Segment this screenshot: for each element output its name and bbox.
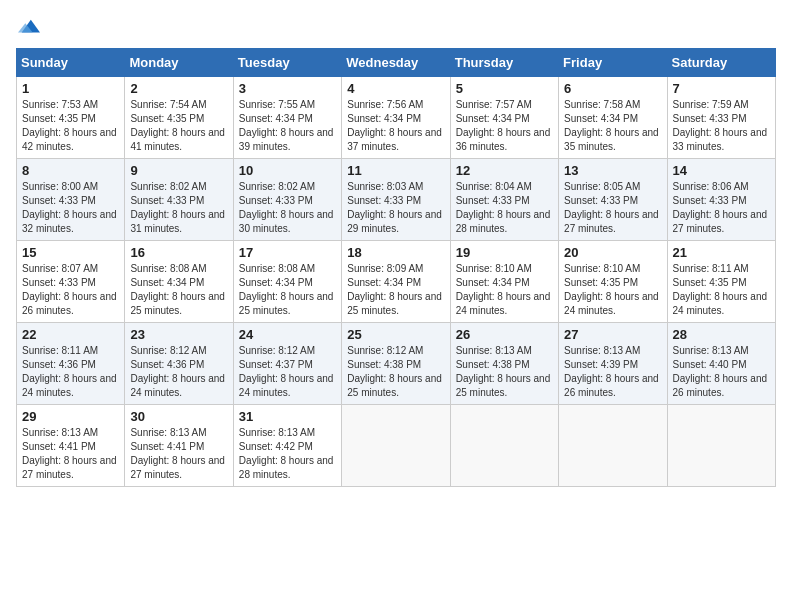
- day-number: 5: [456, 81, 553, 96]
- day-info: Sunrise: 7:54 AMSunset: 4:35 PMDaylight:…: [130, 99, 225, 152]
- logo-icon: [18, 16, 40, 38]
- day-number: 26: [456, 327, 553, 342]
- table-row: 20 Sunrise: 8:10 AMSunset: 4:35 PMDaylig…: [559, 241, 667, 323]
- day-info: Sunrise: 8:10 AMSunset: 4:34 PMDaylight:…: [456, 263, 551, 316]
- day-number: 22: [22, 327, 119, 342]
- day-number: 31: [239, 409, 336, 424]
- day-info: Sunrise: 8:09 AMSunset: 4:34 PMDaylight:…: [347, 263, 442, 316]
- column-header-monday: Monday: [125, 49, 233, 77]
- calendar-table: SundayMondayTuesdayWednesdayThursdayFrid…: [16, 48, 776, 487]
- day-number: 29: [22, 409, 119, 424]
- day-number: 28: [673, 327, 770, 342]
- table-row: 9 Sunrise: 8:02 AMSunset: 4:33 PMDayligh…: [125, 159, 233, 241]
- day-number: 27: [564, 327, 661, 342]
- calendar-week-row: 1 Sunrise: 7:53 AMSunset: 4:35 PMDayligh…: [17, 77, 776, 159]
- table-row: 25 Sunrise: 8:12 AMSunset: 4:38 PMDaylig…: [342, 323, 450, 405]
- table-row: 13 Sunrise: 8:05 AMSunset: 4:33 PMDaylig…: [559, 159, 667, 241]
- column-header-saturday: Saturday: [667, 49, 775, 77]
- day-number: 17: [239, 245, 336, 260]
- day-info: Sunrise: 8:13 AMSunset: 4:42 PMDaylight:…: [239, 427, 334, 480]
- table-row: 3 Sunrise: 7:55 AMSunset: 4:34 PMDayligh…: [233, 77, 341, 159]
- day-number: 24: [239, 327, 336, 342]
- day-number: 7: [673, 81, 770, 96]
- column-header-sunday: Sunday: [17, 49, 125, 77]
- table-row: 1 Sunrise: 7:53 AMSunset: 4:35 PMDayligh…: [17, 77, 125, 159]
- day-info: Sunrise: 8:13 AMSunset: 4:39 PMDaylight:…: [564, 345, 659, 398]
- day-number: 4: [347, 81, 444, 96]
- table-row: [450, 405, 558, 487]
- table-row: 16 Sunrise: 8:08 AMSunset: 4:34 PMDaylig…: [125, 241, 233, 323]
- table-row: 4 Sunrise: 7:56 AMSunset: 4:34 PMDayligh…: [342, 77, 450, 159]
- table-row: 30 Sunrise: 8:13 AMSunset: 4:41 PMDaylig…: [125, 405, 233, 487]
- day-number: 14: [673, 163, 770, 178]
- day-info: Sunrise: 8:12 AMSunset: 4:37 PMDaylight:…: [239, 345, 334, 398]
- day-number: 2: [130, 81, 227, 96]
- day-number: 11: [347, 163, 444, 178]
- day-info: Sunrise: 8:13 AMSunset: 4:41 PMDaylight:…: [22, 427, 117, 480]
- day-info: Sunrise: 8:04 AMSunset: 4:33 PMDaylight:…: [456, 181, 551, 234]
- calendar-header-row: SundayMondayTuesdayWednesdayThursdayFrid…: [17, 49, 776, 77]
- table-row: 21 Sunrise: 8:11 AMSunset: 4:35 PMDaylig…: [667, 241, 775, 323]
- table-row: 5 Sunrise: 7:57 AMSunset: 4:34 PMDayligh…: [450, 77, 558, 159]
- day-number: 10: [239, 163, 336, 178]
- table-row: [667, 405, 775, 487]
- day-info: Sunrise: 8:06 AMSunset: 4:33 PMDaylight:…: [673, 181, 768, 234]
- day-number: 8: [22, 163, 119, 178]
- day-info: Sunrise: 8:02 AMSunset: 4:33 PMDaylight:…: [130, 181, 225, 234]
- day-info: Sunrise: 7:58 AMSunset: 4:34 PMDaylight:…: [564, 99, 659, 152]
- day-info: Sunrise: 8:10 AMSunset: 4:35 PMDaylight:…: [564, 263, 659, 316]
- table-row: 6 Sunrise: 7:58 AMSunset: 4:34 PMDayligh…: [559, 77, 667, 159]
- column-header-thursday: Thursday: [450, 49, 558, 77]
- table-row: 7 Sunrise: 7:59 AMSunset: 4:33 PMDayligh…: [667, 77, 775, 159]
- logo: [16, 16, 40, 38]
- day-info: Sunrise: 8:05 AMSunset: 4:33 PMDaylight:…: [564, 181, 659, 234]
- table-row: 2 Sunrise: 7:54 AMSunset: 4:35 PMDayligh…: [125, 77, 233, 159]
- table-row: 28 Sunrise: 8:13 AMSunset: 4:40 PMDaylig…: [667, 323, 775, 405]
- day-number: 16: [130, 245, 227, 260]
- table-row: 23 Sunrise: 8:12 AMSunset: 4:36 PMDaylig…: [125, 323, 233, 405]
- table-row: [559, 405, 667, 487]
- calendar-week-row: 29 Sunrise: 8:13 AMSunset: 4:41 PMDaylig…: [17, 405, 776, 487]
- table-row: 24 Sunrise: 8:12 AMSunset: 4:37 PMDaylig…: [233, 323, 341, 405]
- day-info: Sunrise: 7:53 AMSunset: 4:35 PMDaylight:…: [22, 99, 117, 152]
- day-number: 6: [564, 81, 661, 96]
- day-info: Sunrise: 7:55 AMSunset: 4:34 PMDaylight:…: [239, 99, 334, 152]
- table-row: 26 Sunrise: 8:13 AMSunset: 4:38 PMDaylig…: [450, 323, 558, 405]
- day-number: 15: [22, 245, 119, 260]
- day-info: Sunrise: 7:56 AMSunset: 4:34 PMDaylight:…: [347, 99, 442, 152]
- day-number: 30: [130, 409, 227, 424]
- day-info: Sunrise: 8:08 AMSunset: 4:34 PMDaylight:…: [239, 263, 334, 316]
- table-row: 12 Sunrise: 8:04 AMSunset: 4:33 PMDaylig…: [450, 159, 558, 241]
- calendar-body: 1 Sunrise: 7:53 AMSunset: 4:35 PMDayligh…: [17, 77, 776, 487]
- day-number: 9: [130, 163, 227, 178]
- table-row: 29 Sunrise: 8:13 AMSunset: 4:41 PMDaylig…: [17, 405, 125, 487]
- table-row: 19 Sunrise: 8:10 AMSunset: 4:34 PMDaylig…: [450, 241, 558, 323]
- table-row: 27 Sunrise: 8:13 AMSunset: 4:39 PMDaylig…: [559, 323, 667, 405]
- day-info: Sunrise: 8:13 AMSunset: 4:41 PMDaylight:…: [130, 427, 225, 480]
- column-header-friday: Friday: [559, 49, 667, 77]
- day-info: Sunrise: 8:13 AMSunset: 4:40 PMDaylight:…: [673, 345, 768, 398]
- day-info: Sunrise: 8:11 AMSunset: 4:35 PMDaylight:…: [673, 263, 768, 316]
- day-info: Sunrise: 8:02 AMSunset: 4:33 PMDaylight:…: [239, 181, 334, 234]
- day-number: 19: [456, 245, 553, 260]
- day-number: 20: [564, 245, 661, 260]
- day-info: Sunrise: 8:08 AMSunset: 4:34 PMDaylight:…: [130, 263, 225, 316]
- calendar-week-row: 22 Sunrise: 8:11 AMSunset: 4:36 PMDaylig…: [17, 323, 776, 405]
- table-row: 18 Sunrise: 8:09 AMSunset: 4:34 PMDaylig…: [342, 241, 450, 323]
- calendar-week-row: 8 Sunrise: 8:00 AMSunset: 4:33 PMDayligh…: [17, 159, 776, 241]
- table-row: [342, 405, 450, 487]
- day-info: Sunrise: 7:59 AMSunset: 4:33 PMDaylight:…: [673, 99, 768, 152]
- day-number: 3: [239, 81, 336, 96]
- table-row: 8 Sunrise: 8:00 AMSunset: 4:33 PMDayligh…: [17, 159, 125, 241]
- day-info: Sunrise: 7:57 AMSunset: 4:34 PMDaylight:…: [456, 99, 551, 152]
- day-info: Sunrise: 8:13 AMSunset: 4:38 PMDaylight:…: [456, 345, 551, 398]
- day-number: 13: [564, 163, 661, 178]
- day-info: Sunrise: 8:03 AMSunset: 4:33 PMDaylight:…: [347, 181, 442, 234]
- table-row: 22 Sunrise: 8:11 AMSunset: 4:36 PMDaylig…: [17, 323, 125, 405]
- day-number: 18: [347, 245, 444, 260]
- day-info: Sunrise: 8:00 AMSunset: 4:33 PMDaylight:…: [22, 181, 117, 234]
- day-number: 1: [22, 81, 119, 96]
- day-number: 12: [456, 163, 553, 178]
- table-row: 31 Sunrise: 8:13 AMSunset: 4:42 PMDaylig…: [233, 405, 341, 487]
- column-header-wednesday: Wednesday: [342, 49, 450, 77]
